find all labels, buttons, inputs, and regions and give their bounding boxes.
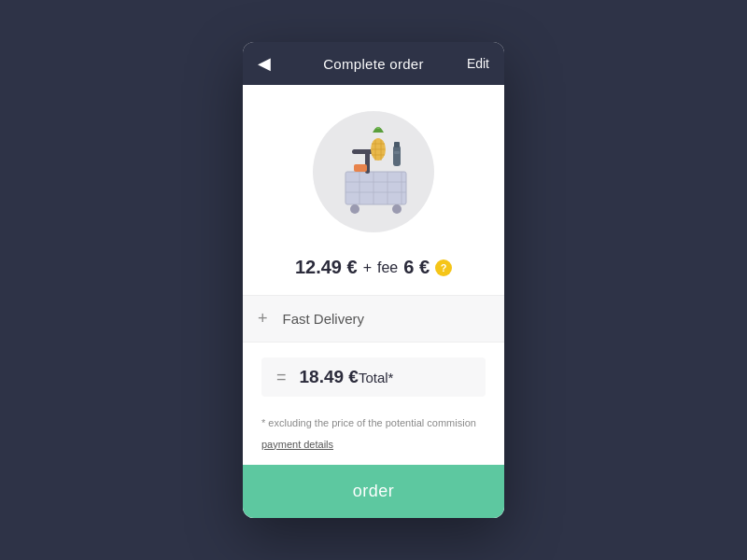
delivery-row: + Fast Delivery — [243, 295, 504, 343]
order-button[interactable]: order — [243, 465, 504, 518]
back-button[interactable]: ◀ — [258, 55, 271, 72]
header: ◀ Complete order Edit — [243, 42, 504, 85]
cart-image-area — [243, 85, 504, 249]
phone-card: ◀ Complete order Edit — [243, 42, 504, 518]
total-amount: 18.49 € — [300, 367, 359, 387]
cart-circle — [313, 111, 434, 232]
svg-rect-18 — [394, 142, 400, 147]
fee-info-badge[interactable]: ? — [435, 259, 452, 276]
svg-rect-17 — [393, 146, 401, 166]
total-row: = 18.49 € Total* — [261, 357, 486, 397]
fee-amount: 6 € — [403, 257, 430, 278]
equals-sign: = — [276, 368, 287, 387]
svg-point-10 — [392, 204, 402, 214]
content: 12.49 € + fee 6 € ? + Fast Delivery = 18… — [243, 85, 504, 518]
payment-details-link[interactable]: payment details — [243, 437, 504, 465]
cart-illustration — [322, 125, 425, 218]
delivery-plus-icon: + — [258, 309, 268, 329]
delivery-label: Fast Delivery — [283, 311, 365, 327]
total-label: Total* — [359, 370, 394, 385]
price-main: 12.49 € — [295, 257, 358, 278]
fee-label: fee — [377, 259, 398, 276]
edit-button[interactable]: Edit — [467, 56, 489, 71]
page-title: Complete order — [323, 56, 424, 72]
price-plus: + — [363, 259, 372, 276]
svg-rect-0 — [345, 172, 406, 204]
total-section: = 18.49 € Total* — [243, 343, 504, 415]
svg-point-9 — [350, 204, 359, 214]
price-row: 12.49 € + fee 6 € ? — [243, 249, 504, 295]
svg-rect-19 — [394, 151, 400, 154]
disclaimer-text: * excluding the price of the potential c… — [243, 415, 504, 437]
svg-rect-20 — [354, 164, 367, 172]
